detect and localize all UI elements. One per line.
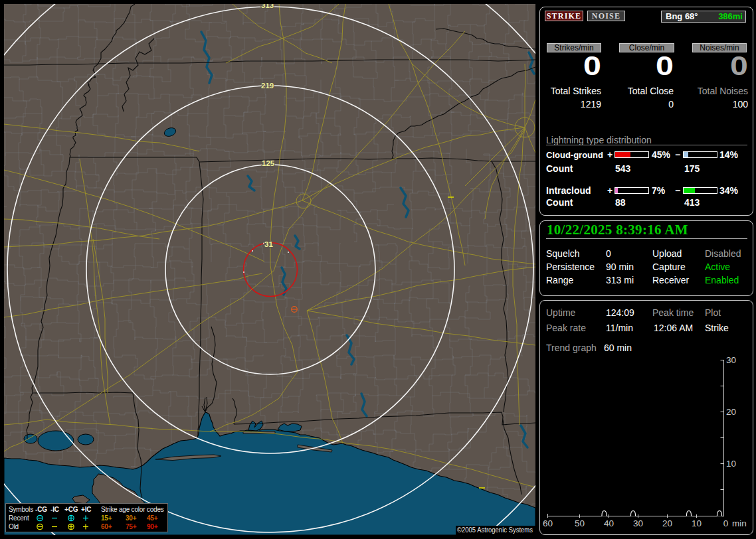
svg-text:-CG: -CG (35, 506, 47, 513)
svg-text:125: 125 (262, 159, 275, 167)
svg-text:45+: 45+ (147, 514, 158, 522)
svg-text:Symbols: Symbols (9, 506, 33, 513)
svg-text:60: 60 (543, 518, 553, 528)
svg-text:15+: 15+ (101, 514, 112, 522)
svg-text:30+: 30+ (126, 514, 137, 522)
svg-text:31: 31 (264, 240, 273, 248)
svg-text:©2005 Astrogenic Systems: ©2005 Astrogenic Systems (457, 526, 533, 534)
svg-text:+CG: +CG (64, 506, 78, 513)
svg-text:min: min (732, 518, 747, 528)
svg-text:-IC: -IC (50, 506, 59, 513)
svg-text:313: 313 (261, 1, 274, 9)
svg-text:20: 20 (726, 407, 736, 417)
svg-text:30: 30 (726, 355, 736, 365)
svg-text:90+: 90+ (147, 523, 158, 530)
svg-text:10: 10 (726, 459, 736, 469)
svg-text:Strike age color codes: Strike age color codes (101, 506, 164, 513)
svg-text:20: 20 (662, 518, 672, 528)
svg-text:40: 40 (604, 518, 614, 528)
svg-text:10: 10 (692, 518, 702, 528)
svg-text:Recent: Recent (9, 514, 29, 522)
svg-text:Old: Old (9, 523, 19, 530)
svg-text:30: 30 (633, 518, 643, 528)
svg-text:219: 219 (261, 82, 274, 90)
svg-text:0: 0 (723, 518, 729, 528)
svg-text:+IC: +IC (81, 506, 91, 513)
svg-text:75+: 75+ (126, 523, 137, 530)
svg-text:60+: 60+ (101, 523, 112, 530)
svg-text:50: 50 (575, 518, 585, 528)
